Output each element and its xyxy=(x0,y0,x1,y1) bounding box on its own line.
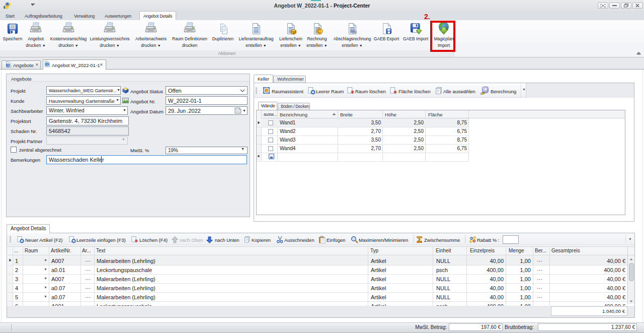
svg-text:%: % xyxy=(350,27,357,36)
svg-text:i: i xyxy=(8,63,9,67)
svg-text:i: i xyxy=(47,62,48,66)
